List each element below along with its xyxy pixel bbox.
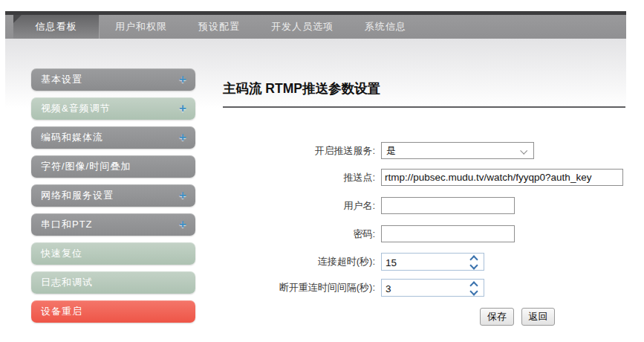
username-input[interactable] bbox=[381, 197, 515, 214]
sidebar-menu: 基本设置 + 视频&音频调节 + 编码和媒体流 + 字符/图像/时间叠加 网络和… bbox=[31, 68, 195, 329]
row-connect-timeout: 连接超时(秒): bbox=[223, 253, 639, 271]
spinner-down-icon[interactable] bbox=[469, 261, 478, 269]
sidebar-item-label: 基本设置 bbox=[41, 74, 82, 85]
sidebar-item-log-debug[interactable]: 日志和调试 bbox=[31, 271, 195, 294]
connect-timeout-stepper bbox=[381, 253, 484, 271]
tab-label: 系统信息 bbox=[365, 20, 406, 33]
back-button[interactable]: 返回 bbox=[521, 308, 555, 326]
plus-icon[interactable]: + bbox=[179, 184, 187, 207]
sidebar-item-video-audio-adjust[interactable]: 视频&音频调节 + bbox=[31, 97, 195, 120]
plus-icon[interactable]: + bbox=[179, 126, 187, 149]
device-config-page: 信息看板 用户和权限 预设配置 开发人员选项 系统信息 基本设置 + 视频&音频… bbox=[0, 0, 644, 342]
sidebar-item-label: 视频&音频调节 bbox=[41, 103, 111, 114]
connect-timeout-label: 连接超时(秒): bbox=[223, 255, 381, 268]
chevron-down-icon bbox=[520, 147, 527, 155]
push-point-input[interactable] bbox=[381, 169, 623, 186]
password-input[interactable] bbox=[381, 225, 515, 242]
connect-timeout-input[interactable] bbox=[382, 254, 469, 271]
sidebar-item-label: 设备重启 bbox=[41, 306, 82, 317]
row-push-service: 开启推送服务: 是 bbox=[223, 142, 639, 159]
reconnect-interval-stepper bbox=[381, 279, 484, 297]
sidebar-item-device-reboot[interactable]: 设备重启 bbox=[31, 300, 195, 323]
tab-label: 用户和权限 bbox=[115, 20, 167, 33]
plus-icon[interactable]: + bbox=[179, 213, 187, 236]
tab-label: 开发人员选项 bbox=[271, 20, 334, 33]
spinner-control[interactable] bbox=[469, 256, 478, 269]
row-username: 用户名: bbox=[223, 197, 639, 214]
sidebar-item-label: 串口和PTZ bbox=[41, 219, 93, 230]
tab-label: 预设配置 bbox=[198, 20, 240, 33]
password-label: 密码: bbox=[223, 228, 381, 241]
row-push-point: 推送点: bbox=[223, 169, 639, 186]
tab-preset-config[interactable]: 预设配置 bbox=[183, 15, 256, 39]
sidebar-item-text-image-time-overlay[interactable]: 字符/图像/时间叠加 bbox=[31, 155, 195, 178]
save-button[interactable]: 保存 bbox=[480, 308, 514, 326]
push-service-selected-value: 是 bbox=[382, 144, 396, 158]
sidebar-item-label: 字符/图像/时间叠加 bbox=[41, 161, 131, 172]
reconnect-interval-label: 断开重连时间间隔(秒): bbox=[223, 281, 381, 294]
reconnect-interval-input[interactable] bbox=[382, 280, 469, 297]
title-divider bbox=[223, 106, 625, 108]
row-password: 密码: bbox=[223, 225, 639, 242]
row-reconnect-interval: 断开重连时间间隔(秒): bbox=[223, 279, 639, 297]
spinner-down-icon[interactable] bbox=[469, 287, 478, 295]
sidebar-item-network-service-settings[interactable]: 网络和服务设置 + bbox=[31, 184, 195, 207]
sidebar-item-label: 日志和调试 bbox=[41, 277, 93, 288]
active-tab-wedge-decoration bbox=[13, 15, 22, 23]
username-label: 用户名: bbox=[223, 199, 381, 213]
push-service-select[interactable]: 是 bbox=[381, 142, 534, 159]
sidebar-item-label: 快速复位 bbox=[41, 248, 82, 259]
plus-icon[interactable]: + bbox=[179, 68, 187, 91]
push-point-label: 推送点: bbox=[223, 171, 381, 184]
tab-users-permissions[interactable]: 用户和权限 bbox=[100, 15, 183, 39]
tab-info-dashboard[interactable]: 信息看板 bbox=[13, 15, 100, 39]
spinner-control[interactable] bbox=[469, 282, 478, 295]
tab-system-info[interactable]: 系统信息 bbox=[349, 15, 422, 39]
sidebar-item-label: 编码和媒体流 bbox=[41, 132, 103, 143]
sidebar-item-encoding-media-stream[interactable]: 编码和媒体流 + bbox=[31, 126, 195, 149]
tab-label: 信息看板 bbox=[36, 20, 77, 33]
sidebar-item-label: 网络和服务设置 bbox=[41, 190, 114, 201]
page-title: 主码流 RTMP推送参数设置 bbox=[223, 80, 380, 97]
push-service-label: 开启推送服务: bbox=[223, 144, 381, 158]
tab-developer-options[interactable]: 开发人员选项 bbox=[256, 15, 349, 39]
top-navbar: 信息看板 用户和权限 预设配置 开发人员选项 系统信息 bbox=[5, 11, 626, 39]
sidebar-item-basic-settings[interactable]: 基本设置 + bbox=[31, 68, 195, 91]
plus-icon[interactable]: + bbox=[179, 97, 187, 120]
sidebar-item-serial-ptz[interactable]: 串口和PTZ + bbox=[31, 213, 195, 236]
nav-tabs: 信息看板 用户和权限 预设配置 开发人员选项 系统信息 bbox=[5, 15, 626, 39]
sidebar-item-quick-reset[interactable]: 快速复位 bbox=[31, 242, 195, 265]
